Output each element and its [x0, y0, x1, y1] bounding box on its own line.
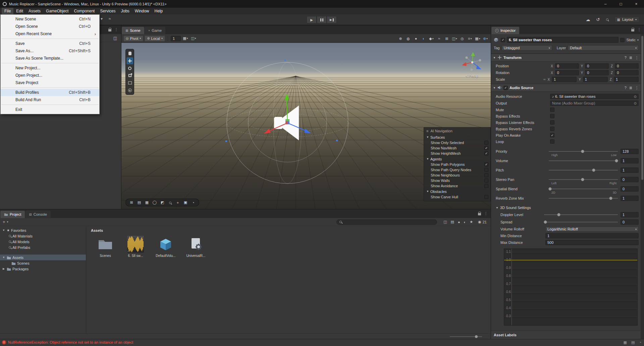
snap-overlay-icon[interactable]: ⊞	[129, 200, 134, 205]
save-search-icon[interactable]: ▤	[451, 220, 454, 224]
menu-item-new-project[interactable]: New Project...	[1, 64, 99, 72]
checkbox[interactable]	[484, 184, 488, 188]
transform-header[interactable]: ▼ Transform ? ≣ ⋮	[491, 54, 641, 62]
toggle-show-path-query-nodes[interactable]: Show Path Query Nodes	[424, 167, 490, 172]
object-picker-icon[interactable]: ⊙	[634, 95, 637, 98]
lock-icon[interactable]	[108, 29, 111, 31]
bypass-reverb-checkbox[interactable]	[550, 127, 554, 131]
menu-gameobject[interactable]: GameObject	[43, 8, 71, 14]
hidden-items-counter[interactable]: ◉ 21	[478, 220, 487, 224]
name-field[interactable]: 6. Sll sweeter than roses	[507, 37, 619, 43]
layer-dropdown[interactable]: Default ▾	[568, 45, 639, 51]
toggle-show-neighbours[interactable]: Show Neighbours	[424, 172, 490, 178]
menu-item-new-scene[interactable]: New Scene Ctrl+N	[1, 15, 99, 23]
menu-item-save-as[interactable]: Save As... Ctrl+Shift+S	[1, 47, 99, 55]
tree-scenes[interactable]: Scenes	[0, 260, 86, 266]
static-checkbox[interactable]	[620, 38, 625, 42]
menu-item-open-project[interactable]: Open Project...	[1, 72, 99, 79]
help-icon[interactable]: ?	[625, 86, 627, 90]
gizmos-dropdown[interactable]: ⊕▾	[482, 36, 489, 42]
stereo-pan-field[interactable]: 0	[621, 177, 639, 182]
scrollbar-thumb[interactable]	[641, 36, 643, 180]
shading-overlay-icon[interactable]: ◩	[160, 200, 165, 205]
tag-dropdown[interactable]: Untagged ▾	[502, 45, 552, 51]
asset-audio-clip[interactable]: ♪ 6. Sll sw...	[124, 236, 147, 258]
bypass-effects-checkbox[interactable]	[550, 114, 554, 118]
link-scale-icon[interactable]: ∞	[543, 78, 545, 81]
panel-menu-icon[interactable]: ⋮	[114, 27, 118, 32]
tab-scene[interactable]: ▦ Scene	[122, 27, 144, 34]
tab-game[interactable]: ◗ Game	[145, 27, 165, 34]
doppler-level-field[interactable]: 1	[621, 212, 639, 217]
checkbox[interactable]	[484, 195, 488, 199]
foldout-icon[interactable]: ▼	[493, 56, 496, 59]
search-overlay-icon[interactable]	[167, 201, 173, 205]
projection-label[interactable]: < Persp	[458, 74, 486, 78]
search-icon[interactable]	[606, 18, 608, 21]
layout-dropdown[interactable]: ▦ Layout ▾	[614, 16, 640, 22]
favorite-search-icon[interactable]: ★	[470, 220, 473, 224]
component-menu-icon[interactable]: ⋮	[635, 56, 639, 60]
panel-menu-icon[interactable]: ⋮	[484, 211, 488, 216]
stereo-pan-slider[interactable]	[549, 179, 618, 180]
draw-mode-icon[interactable]: ⊕	[397, 36, 404, 42]
console-toggle-icon[interactable]: ▤	[631, 340, 635, 345]
toggle-show-navmesh[interactable]: Show NavMesh ✓	[424, 145, 490, 151]
tab-project[interactable]: Project	[0, 211, 25, 218]
project-search-input[interactable]	[336, 219, 437, 225]
move-tool-button[interactable]	[126, 57, 133, 64]
step-button[interactable]: ▶	[327, 16, 337, 23]
asset-labels-header[interactable]: Asset Labels	[491, 331, 641, 339]
mute-checkbox[interactable]	[550, 108, 554, 112]
preset-icon[interactable]: ≣	[629, 56, 632, 60]
pitch-field[interactable]: 1	[621, 167, 639, 173]
sound3d-foldout[interactable]: ▼ 3D Sound Settings	[491, 204, 641, 211]
scale-y-field[interactable]: 1	[583, 77, 608, 82]
toggle-show-path-polygons[interactable]: Show Path Polygons ✓	[424, 162, 490, 167]
foldout-icon[interactable]: ▼	[493, 86, 496, 89]
open-in-panel-icon[interactable]: ◫	[443, 220, 447, 224]
priority-slider[interactable]	[549, 151, 618, 152]
checkbox[interactable]	[484, 179, 488, 183]
spread-slider[interactable]	[544, 222, 618, 222]
minimize-button[interactable]: –	[598, 0, 613, 8]
menu-item-exit[interactable]: Exit	[1, 106, 99, 113]
checkbox[interactable]	[484, 141, 488, 145]
tab-inspector[interactable]: Inspector	[491, 27, 519, 34]
scene-viewport[interactable]: ⊞ ▤ ▦ ◯ ◩ + ▣ ◔ < Persp ≡ AI Navigation …	[121, 43, 491, 209]
max-distance-field[interactable]: 500	[545, 240, 639, 245]
spatial-blend-slider[interactable]	[549, 189, 618, 189]
menu-help[interactable]: Help	[152, 8, 166, 14]
tree-all-models[interactable]: All Models	[0, 239, 86, 245]
pause-button[interactable]	[317, 16, 327, 23]
menu-item-build-and-run[interactable]: Build And Run Ctrl+B	[1, 96, 99, 103]
reverb-zone-mix-field[interactable]: 1	[621, 196, 639, 201]
spread-field[interactable]: 0	[621, 219, 639, 225]
tree-all-prefabs[interactable]: All Prefabs	[0, 245, 86, 250]
progress-icon[interactable]: ▦	[624, 340, 627, 345]
rect-tool-button[interactable]	[126, 79, 133, 86]
menu-component[interactable]: Component	[71, 8, 97, 14]
pitch-slider[interactable]	[549, 170, 618, 170]
view-tool-button[interactable]	[126, 50, 133, 57]
audio-source-header[interactable]: ▼ ✓ Audio Source ? ≣ ⋮	[491, 84, 641, 92]
priority-field[interactable]: 128	[621, 149, 639, 154]
console-error-message[interactable]: ! NullReferenceException: Object referen…	[0, 339, 644, 344]
play-on-awake-checkbox[interactable]: ✓	[550, 133, 554, 137]
volume-field[interactable]: 1	[621, 158, 639, 163]
menu-jobs[interactable]: Jobs	[118, 8, 132, 14]
activity-icon[interactable]: ◔	[639, 340, 641, 345]
play-button[interactable]: ▶	[307, 16, 317, 23]
menu-item-save[interactable]: Save Ctrl+S	[1, 40, 99, 47]
scale-x-field[interactable]: 1	[552, 77, 577, 82]
spatial-blend-field[interactable]: 0	[621, 186, 639, 192]
overlay-menu-icon[interactable]: ≡▾	[467, 36, 473, 42]
version-control-icon[interactable]: ≈	[109, 17, 111, 21]
hierarchy-options-icon[interactable]: ◫	[113, 36, 117, 40]
cloud-icon[interactable]: ☁	[586, 17, 590, 22]
timer-overlay-icon[interactable]: ◔	[191, 201, 196, 205]
menu-file[interactable]: File	[2, 8, 13, 14]
close-button[interactable]: ×	[629, 0, 644, 8]
create-asset-dropdown-icon[interactable]: ▾	[7, 220, 8, 223]
position-y-field[interactable]: 0	[585, 63, 609, 69]
